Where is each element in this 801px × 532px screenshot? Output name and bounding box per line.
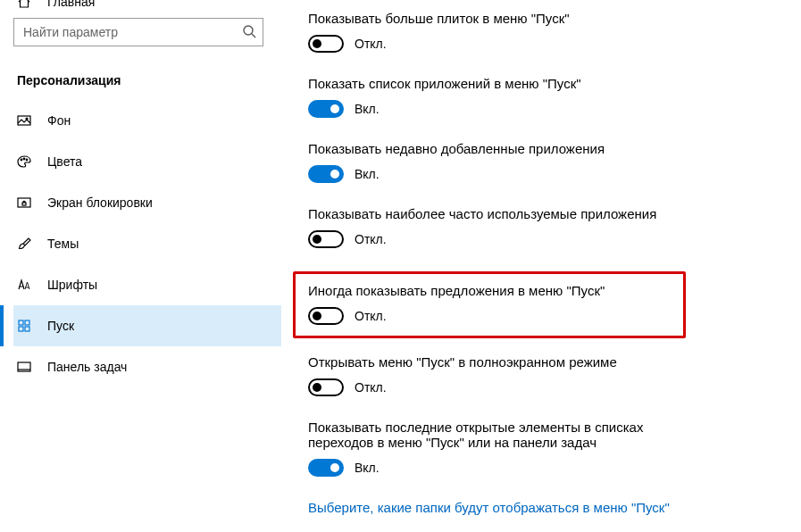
setting-label: Показать список приложений в меню "Пуск": [308, 76, 783, 91]
svg-point-3: [26, 118, 28, 120]
setting-jumplists: Показывать последние открытые элементы в…: [308, 420, 783, 477]
svg-rect-8: [22, 203, 26, 205]
sidebar-item-label: Темы: [47, 237, 79, 251]
svg-point-6: [26, 159, 28, 161]
highlight-box: Иногда показывать предложения в меню "Пу…: [293, 271, 686, 338]
sidebar-home-label: Главная: [47, 0, 95, 9]
svg-point-5: [23, 158, 25, 160]
toggle-state: Откл.: [355, 380, 387, 395]
setting-recent-apps: Показывать недавно добавленные приложени…: [308, 141, 783, 183]
setting-more-tiles: Показывать больше плиток в меню "Пуск" О…: [308, 11, 783, 53]
setting-app-list: Показать список приложений в меню "Пуск"…: [308, 76, 783, 118]
svg-line-1: [252, 34, 255, 37]
search-input[interactable]: [13, 18, 263, 46]
svg-point-4: [21, 159, 22, 161]
svg-rect-9: [19, 320, 23, 325]
nav-list: Фон Цвета Экран блокировки Темы Шрифты: [13, 100, 281, 387]
toggle-state: Откл.: [355, 37, 387, 51]
toggle-suggestions[interactable]: [308, 307, 344, 325]
sidebar-item-label: Пуск: [47, 319, 74, 333]
svg-rect-10: [25, 320, 29, 325]
start-icon: [17, 319, 31, 333]
category-header: Персонализация: [13, 64, 281, 100]
toggle-most-used[interactable]: [308, 230, 344, 248]
toggle-state: Откл.: [355, 232, 387, 246]
toggle-state: Вкл.: [355, 167, 380, 181]
toggle-fullscreen[interactable]: [308, 378, 344, 396]
toggle-state: Вкл.: [355, 461, 380, 475]
sidebar-item-label: Фон: [47, 113, 71, 128]
search-icon: [242, 24, 256, 38]
sidebar-item-themes[interactable]: Темы: [13, 223, 281, 264]
sidebar-item-lockscreen[interactable]: Экран блокировки: [13, 182, 281, 223]
setting-most-used: Показывать наиболее часто используемые п…: [308, 206, 783, 248]
taskbar-icon: [17, 360, 31, 374]
toggle-recent-apps[interactable]: [308, 165, 344, 183]
toggle-app-list[interactable]: [308, 100, 344, 118]
svg-point-0: [244, 26, 253, 35]
sidebar-item-background[interactable]: Фон: [13, 100, 281, 141]
palette-icon: [17, 154, 31, 169]
home-icon: [17, 0, 31, 9]
sidebar-item-taskbar[interactable]: Панель задач: [13, 346, 281, 387]
sidebar-item-label: Шрифты: [47, 278, 97, 292]
setting-label: Показывать последние открытые элементы в…: [308, 420, 692, 450]
sidebar-item-fonts[interactable]: Шрифты: [13, 264, 281, 305]
lockscreen-icon: [17, 195, 31, 210]
sidebar-item-start[interactable]: Пуск: [13, 305, 281, 346]
picture-icon: [17, 113, 31, 128]
sidebar-item-label: Панель задач: [47, 360, 127, 374]
sidebar-item-label: Цвета: [47, 154, 82, 169]
toggle-more-tiles[interactable]: [308, 35, 344, 53]
content: Пуск Показывать больше плиток в меню "Пу…: [281, 0, 801, 532]
toggle-jumplists[interactable]: [308, 459, 344, 477]
search-wrap: [13, 18, 263, 46]
sidebar-item-colors[interactable]: Цвета: [13, 141, 281, 182]
setting-label: Показывать наиболее часто используемые п…: [308, 206, 783, 221]
svg-rect-12: [25, 327, 29, 331]
toggle-state: Вкл.: [355, 102, 380, 116]
sidebar-item-label: Экран блокировки: [47, 195, 153, 210]
svg-rect-11: [19, 327, 23, 331]
sidebar-item-home[interactable]: Главная: [13, 0, 281, 11]
setting-label: Показывать больше плиток в меню "Пуск": [308, 11, 783, 26]
setting-label: Показывать недавно добавленные приложени…: [308, 141, 783, 156]
setting-suggestions: Иногда показывать предложения в меню "Пу…: [308, 283, 671, 325]
sidebar: Главная Персонализация Фон Цвета Экран б…: [0, 0, 281, 532]
setting-fullscreen: Открывать меню "Пуск" в полноэкранном ре…: [308, 354, 783, 396]
svg-rect-2: [18, 116, 30, 125]
brush-icon: [17, 237, 31, 251]
setting-label: Открывать меню "Пуск" в полноэкранном ре…: [308, 354, 783, 370]
font-icon: [17, 278, 31, 292]
setting-label: Иногда показывать предложения в меню "Пу…: [308, 283, 671, 298]
folders-link[interactable]: Выберите, какие папки будут отображаться…: [308, 500, 783, 515]
toggle-state: Откл.: [355, 309, 387, 323]
